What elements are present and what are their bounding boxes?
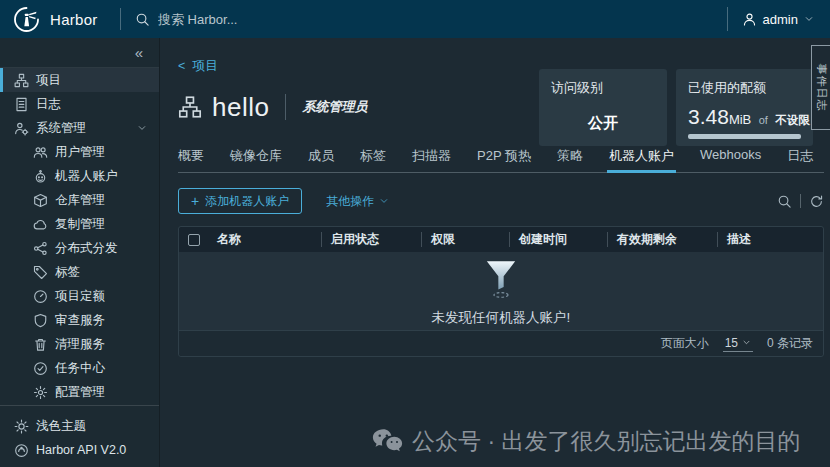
toolbar: + 添加机器人账户 其他操作	[178, 187, 824, 215]
tab-logs[interactable]: 日志	[787, 147, 813, 172]
quota-value: 3.48MiB of 不设限	[688, 105, 801, 129]
plus-icon: +	[191, 194, 199, 208]
sidebar-item-label: 标签	[55, 264, 80, 281]
sidebar-item-configuration[interactable]: 配置管理	[0, 380, 159, 404]
sidebar-item-registry-management[interactable]: 仓库管理	[0, 188, 159, 212]
user-menu[interactable]: admin	[727, 7, 830, 31]
sidebar-item-system-management[interactable]: 系统管理	[0, 116, 159, 140]
table-empty-state: 未发现任何机器人账户!	[179, 252, 823, 330]
quota-label: 已使用的配额	[688, 79, 801, 97]
add-robot-account-button[interactable]: + 添加机器人账户	[178, 188, 302, 214]
chevron-down-icon	[137, 123, 147, 133]
tab-summary[interactable]: 概要	[178, 147, 204, 172]
sidebar-item-label: 系统管理	[36, 120, 86, 137]
tab-labels[interactable]: 标签	[360, 147, 386, 172]
sidebar-item-job-center[interactable]: 任务中心	[0, 356, 159, 380]
access-level-card: 访问级别 公开	[539, 69, 667, 146]
back-arrow-icon: <	[178, 59, 185, 73]
config-icon	[33, 385, 48, 400]
tab-members[interactable]: 成员	[308, 147, 334, 172]
distribution-icon	[33, 241, 48, 256]
app-header: Harbor admin	[0, 0, 830, 38]
users-icon	[33, 145, 48, 160]
sidebar-item-label: 清理服务	[55, 336, 105, 353]
table-header-row: 名称启用状态权限创建时间有效期剩余描述	[179, 227, 823, 252]
search-input[interactable]	[156, 11, 476, 28]
tab-scanner[interactable]: 扫描器	[412, 147, 451, 172]
project-icon	[178, 95, 202, 119]
robot-icon	[33, 169, 48, 184]
chevron-down-icon	[804, 14, 814, 24]
tab-p2p-preheat[interactable]: P2P 预热	[477, 147, 531, 172]
watermark: 公众号 · 出发了很久别忘记出发的目的	[372, 426, 800, 457]
other-actions-dropdown[interactable]: 其他操作	[326, 193, 389, 210]
access-level-label: 访问级别	[551, 79, 655, 97]
tab-repositories[interactable]: 镜像仓库	[230, 147, 282, 172]
sidebar-item-robot-accounts[interactable]: 机器人账户	[0, 164, 159, 188]
header-divider	[120, 8, 121, 30]
sidebar: « 项目日志系统管理用户管理机器人账户仓库管理复制管理分布式分发标签项目定额审查…	[0, 38, 160, 467]
tab-webhooks[interactable]: Webhooks	[700, 147, 761, 172]
filter-search-icon[interactable]	[777, 194, 792, 209]
summary-cards: 访问级别 公开 已使用的配额 3.48MiB of 不设限	[539, 69, 813, 146]
wechat-icon	[372, 428, 403, 455]
sidebar-item-labels[interactable]: 标签	[0, 260, 159, 284]
quota-progress-bar	[688, 134, 801, 139]
sidebar-item-replication-management[interactable]: 复制管理	[0, 212, 159, 236]
sidebar-item-projects[interactable]: 项目	[0, 68, 159, 92]
event-log-side-tab[interactable]: 事件日志	[811, 45, 830, 130]
sidebar-item-harbor-api[interactable]: Harbor API V2.0	[0, 438, 159, 462]
project-tabs: 概要镜像仓库成员标签扫描器P2P 预热策略机器人账户Webhooks日志配置管理	[178, 147, 824, 173]
gc-icon	[33, 337, 48, 352]
column-header-name[interactable]: 名称	[208, 232, 321, 247]
sidebar-footer-divider	[0, 405, 159, 406]
page-size-select[interactable]: 15	[723, 336, 753, 352]
api-icon	[14, 443, 29, 458]
brand[interactable]: Harbor	[0, 6, 116, 33]
sidebar-item-label: 审查服务	[55, 312, 105, 329]
column-header-permissions[interactable]: 权限	[421, 232, 509, 247]
sidebar-item-label: Harbor API V2.0	[36, 443, 126, 457]
breadcrumb[interactable]: <项目	[178, 57, 218, 75]
sidebar-item-project-quotas[interactable]: 项目定额	[0, 284, 159, 308]
select-all-checkbox[interactable]	[188, 234, 200, 246]
title-divider	[285, 94, 286, 120]
sidebar-item-label: 项目	[36, 72, 61, 89]
tab-policy[interactable]: 策略	[557, 147, 583, 172]
column-header-expires[interactable]: 有效期剩余	[607, 232, 717, 247]
search-icon	[135, 12, 150, 27]
funnel-icon	[478, 255, 524, 307]
collapse-sidebar-button[interactable]: «	[0, 38, 159, 68]
main-content: <项目 hello 系统管理员 访问级别 公开 已使用的配额 3.48MiB o…	[160, 38, 830, 467]
sidebar-item-label: 日志	[36, 96, 61, 113]
logs-icon	[14, 97, 29, 112]
refresh-icon[interactable]	[809, 194, 824, 209]
sidebar-footer: 浅色主题Harbor API V2.0	[0, 405, 159, 462]
global-search	[135, 11, 727, 28]
column-header-description[interactable]: 描述	[717, 232, 823, 247]
sidebar-item-clean-up[interactable]: 清理服务	[0, 332, 159, 356]
jobs-icon	[33, 361, 48, 376]
interrogation-icon	[33, 313, 48, 328]
harbor-logo-icon	[13, 6, 40, 33]
sidebar-item-label: 配置管理	[55, 384, 105, 401]
page-title: hello	[212, 92, 269, 123]
column-header-enabled-status[interactable]: 启用状态	[321, 232, 421, 247]
quota-card: 已使用的配额 3.48MiB of 不设限	[676, 69, 813, 146]
project-role-badge: 系统管理员	[302, 98, 367, 116]
sidebar-item-user-management[interactable]: 用户管理	[0, 140, 159, 164]
column-header-creation-time[interactable]: 创建时间	[509, 232, 607, 247]
system-admin-icon	[14, 121, 29, 136]
sidebar-item-light-theme[interactable]: 浅色主题	[0, 414, 159, 438]
page-size-label: 页面大小	[661, 335, 709, 352]
sidebar-item-interrogation-services[interactable]: 审查服务	[0, 308, 159, 332]
grid-actions	[777, 194, 824, 209]
sidebar-item-distribution[interactable]: 分布式分发	[0, 236, 159, 260]
select-all-cell	[179, 227, 208, 252]
event-log-side-tab-label: 事件日志	[814, 64, 829, 112]
robot-accounts-table: 名称启用状态权限创建时间有效期剩余描述 未发现任何机器人账户! 页面大小 15	[178, 226, 824, 357]
sidebar-item-logs[interactable]: 日志	[0, 92, 159, 116]
collapse-sidebar-icon: «	[135, 44, 143, 61]
quota-icon	[33, 289, 48, 304]
tab-robot-accounts[interactable]: 机器人账户	[609, 147, 674, 172]
